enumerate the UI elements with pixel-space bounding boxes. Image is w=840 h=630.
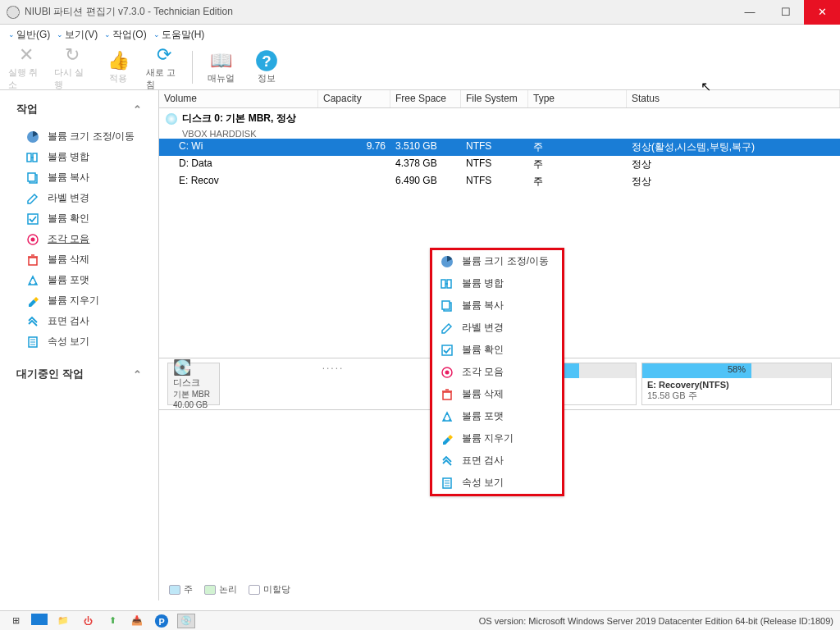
disk-header[interactable]: 디스크 0: 기본 MBR, 정상 (159, 108, 840, 129)
menu-task[interactable]: ⌄작업(O) (104, 28, 146, 42)
minimize-button[interactable]: — (732, 0, 768, 25)
surface-icon (441, 454, 454, 468)
taskbar-start-icon[interactable]: ⊞ (7, 614, 25, 628)
col-volume[interactable]: Volume (159, 90, 318, 107)
thumbs-up-icon: 👍 (107, 49, 130, 72)
apply-button[interactable]: 👍적용 (100, 49, 136, 84)
taskbar-desktop-icon[interactable] (31, 614, 48, 625)
sidebar-item-label: 속성 보기 (48, 335, 89, 349)
context-item-copy[interactable]: 볼륨 복사 (432, 294, 562, 317)
disk-map-partition[interactable]: 58%E: Recovery(NTFS)15.58 GB 주 (641, 363, 832, 405)
info-icon: ? (255, 49, 278, 72)
col-status[interactable]: Status (627, 90, 840, 107)
col-capacity[interactable]: Capacity (318, 90, 390, 107)
taskbar-niubi-icon[interactable]: 💿 (177, 614, 195, 628)
wipe-icon (441, 432, 454, 445)
refresh-button[interactable]: ⟳새로 고침 (146, 43, 182, 91)
taskbar-explorer-icon[interactable]: 📁 (54, 614, 72, 628)
refresh-icon: ⟳ (153, 43, 176, 66)
sidebar-task-header[interactable]: 작업 ⌃ (0, 95, 158, 123)
info-button[interactable]: ?정보 (249, 49, 285, 84)
svg-text:P: P (158, 616, 164, 626)
sidebar-item-surface[interactable]: 표면 검사 (0, 311, 158, 331)
context-item-check[interactable]: 볼륨 확인 (432, 339, 562, 361)
menu-view[interactable]: ⌄보기(V) (57, 28, 98, 42)
format-icon (441, 410, 454, 423)
taskbar-power-icon[interactable]: ⏻ (79, 614, 97, 628)
close-button[interactable]: ✕ (804, 0, 840, 25)
chevron-down-icon: ⌄ (153, 30, 160, 39)
sidebar-item-copy[interactable]: 볼륨 복사 (0, 167, 158, 188)
svg-rect-20 (442, 345, 452, 355)
context-item-surface[interactable]: 표면 검사 (432, 450, 562, 472)
taskbar-app1-icon[interactable]: ⬆ (103, 614, 121, 628)
hdd-icon: 💽 (173, 358, 214, 377)
book-icon: 📖 (209, 49, 232, 72)
svg-rect-7 (28, 214, 38, 224)
sidebar-item-label: 볼륨 삭제 (48, 253, 89, 267)
props-icon (441, 477, 454, 490)
context-item-label: 속성 보기 (462, 476, 504, 490)
svg-point-22 (445, 370, 450, 374)
volume-row[interactable]: C: Wi9.76 3.510 GBNTFS주정상(활성,시스템,부팅,복구) (159, 139, 840, 156)
volume-grid-header: Volume Capacity Free Space File System T… (159, 90, 840, 108)
sidebar-item-label: 볼륨 확인 (48, 212, 89, 226)
volume-row[interactable]: D: Data4.378 GBNTFS주정상 (159, 156, 840, 173)
sidebar-item-label: 라벨 변경 (48, 191, 89, 205)
context-item-label: 볼륨 크기 조정/이동 (462, 254, 549, 268)
context-item-label[interactable]: 라벨 변경 (432, 317, 562, 339)
sidebar-item-props[interactable]: 속성 보기 (0, 331, 158, 352)
sidebar-item-check[interactable]: 볼륨 확인 (0, 208, 158, 229)
sidebar-item-merge[interactable]: 볼륨 병합 (0, 147, 158, 167)
sidebar-item-delete[interactable]: 볼륨 삭제 (0, 249, 158, 270)
context-item-delete[interactable]: 볼륨 삭제 (432, 383, 562, 405)
svg-point-9 (31, 237, 35, 241)
undo-button[interactable]: ✕실행 취소 (8, 43, 44, 91)
context-item-pie[interactable]: 볼륨 크기 조정/이동 (432, 250, 562, 272)
copy-icon (26, 171, 39, 185)
delete-icon (26, 253, 39, 267)
context-item-props[interactable]: 속성 보기 (432, 472, 562, 494)
context-item-label: 라벨 변경 (462, 321, 504, 335)
sidebar-item-defrag[interactable]: 조각 모음 (0, 229, 158, 249)
chevron-down-icon: ⌄ (104, 30, 111, 39)
context-item-format[interactable]: 볼륨 포맷 (432, 405, 562, 427)
sidebar-item-pie[interactable]: 볼륨 크기 조정/이동 (0, 126, 158, 147)
pie-icon (441, 255, 454, 268)
menu-help[interactable]: ⌄도움말(H) (153, 28, 205, 42)
redo-button[interactable]: ↻다시 실행 (54, 43, 90, 91)
volume-row[interactable]: E: Recov6.490 GBNTFS주정상 (159, 173, 840, 190)
surface-icon (26, 315, 39, 328)
maximize-button[interactable]: ☐ (768, 0, 804, 25)
props-icon (26, 336, 39, 349)
context-item-defrag[interactable]: 조각 모음 (432, 361, 562, 383)
disk-map-disk[interactable]: 💽 디스크 기본 MBR 40.00 GB (167, 363, 220, 405)
sidebar-item-label: 조각 모음 (48, 232, 89, 246)
svg-point-24 (444, 419, 445, 421)
col-free[interactable]: Free Space (390, 90, 461, 107)
col-fs[interactable]: File System (461, 90, 528, 107)
context-item-merge[interactable]: 볼륨 병합 (432, 272, 562, 294)
context-item-label: 볼륨 병합 (462, 276, 504, 290)
manual-button[interactable]: 📖매뉴얼 (203, 49, 239, 84)
sidebar-item-format[interactable]: 볼륨 포맷 (0, 270, 158, 290)
redo-icon: ↻ (61, 43, 84, 66)
sidebar-pending-header[interactable]: 대기중인 작업 ⌃ (0, 360, 158, 388)
label-icon (441, 322, 454, 335)
col-type[interactable]: Type (528, 90, 627, 107)
taskbar-app2-icon[interactable]: 📥 (128, 614, 146, 628)
check-icon (441, 344, 454, 357)
merge-icon (441, 277, 454, 290)
sidebar-item-label[interactable]: 라벨 변경 (0, 188, 158, 208)
sidebar-item-label: 볼륨 지우기 (48, 294, 99, 308)
context-item-wipe[interactable]: 볼륨 지우기 (432, 427, 562, 450)
legend: 주 논리 미할당 (159, 578, 840, 600)
sidebar-item-wipe[interactable]: 볼륨 지우기 (0, 290, 158, 311)
toolbar: ✕실행 취소 ↻다시 실행 👍적용 ⟳새로 고침 📖매뉴얼 ?정보 (0, 44, 840, 90)
sidebar-item-label: 볼륨 포맷 (48, 273, 89, 287)
sidebar-item-label: 표면 검사 (48, 314, 89, 328)
taskbar-app3-icon[interactable]: P (153, 614, 171, 628)
chevron-down-icon: ⌄ (8, 30, 15, 39)
svg-point-26 (446, 413, 448, 415)
menu-general[interactable]: ⌄일반(G) (8, 28, 50, 42)
